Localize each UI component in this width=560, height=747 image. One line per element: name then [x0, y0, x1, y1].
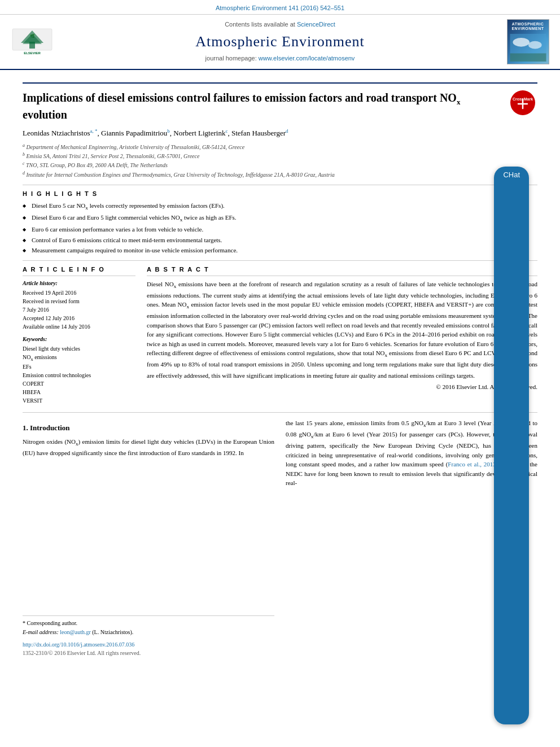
article-info-abstract-section: A R T I C L E I N F O Article history: R…: [23, 265, 537, 405]
contents-available-line: Contents lists available at ScienceDirec…: [225, 20, 335, 29]
highlight-item-5: Measurement campaigns required to monito…: [23, 246, 537, 255]
author2-sup: b: [167, 128, 170, 134]
author3-sup: c: [225, 128, 228, 134]
affiliations-block: a Department of Mechanical Engineering, …: [23, 142, 537, 179]
issn-text: 1352-2310/© 2016 Elsevier Ltd. All right…: [23, 649, 274, 657]
history-revised-date: 7 July 2016: [23, 306, 135, 314]
chat-button[interactable]: CHat: [494, 167, 529, 724]
doi-link[interactable]: http://dx.doi.org/10.1016/j.atmosenv.201…: [23, 641, 134, 648]
article-info-title: A R T I C L E I N F O: [23, 265, 135, 276]
abstract-text: Diesel NOx emissions have been at the fo…: [147, 279, 537, 381]
crossmark-icon: CrossMark: [510, 90, 535, 115]
highlight-item-3: Euro 6 car emission performance varies a…: [23, 225, 537, 234]
elsevier-logo-container: 🌿 ELSEVIER: [7, 19, 58, 64]
crossmark-badge[interactable]: CrossMark: [510, 90, 537, 117]
keyword-4: Emission control technologies: [23, 372, 135, 379]
keyword-3: EFs: [23, 363, 135, 371]
keyword-1: Diesel light duty vehicles: [23, 345, 135, 353]
email-link[interactable]: leon@auth.gr: [60, 629, 90, 635]
journal-top-bar: Atmospheric Environment 141 (2016) 542–5…: [0, 0, 560, 15]
homepage-line: journal homepage: www.elsevier.com/locat…: [205, 54, 355, 63]
history-accepted: Accepted 12 July 2016: [23, 314, 135, 322]
corresponding-author-note: * Corresponding author.: [23, 619, 274, 627]
footnotes-section: * Corresponding author. E-mail address: …: [23, 615, 274, 657]
top-divider: [23, 82, 537, 84]
keyword-7: VERSIT: [23, 397, 135, 405]
journal-citation-link[interactable]: Atmospheric Environment 141 (2016) 542–5…: [216, 5, 344, 11]
svg-point-7: [513, 37, 530, 46]
article-info-column: A R T I C L E I N F O Article history: R…: [23, 265, 135, 405]
nox-subscript: x: [457, 98, 461, 106]
abstract-title: A B S T R A C T: [147, 265, 537, 276]
sciencedirect-link[interactable]: ScienceDirect: [297, 21, 335, 28]
journal-thumbnail-image: ATMOSPHERICENVIRONMENT: [507, 19, 549, 64]
article-title: Implications of diesel emissions control…: [23, 90, 537, 122]
header-center: Contents lists available at ScienceDirec…: [58, 19, 502, 64]
mid-divider-2: [23, 260, 537, 261]
highlights-title: H I G H L I G H T S: [23, 190, 537, 198]
svg-text:ELSEVIER: ELSEVIER: [24, 51, 41, 55]
mid-divider-1: [23, 185, 537, 185]
article-content: Implications of diesel emissions control…: [0, 70, 560, 664]
affiliation-d: d Institute for Internal Combustion Engi…: [23, 170, 537, 179]
body-divider: [23, 412, 537, 413]
header-section: 🌿 ELSEVIER Contents lists available at S…: [0, 15, 560, 70]
highlights-section: H I G H L I G H T S Diesel Euro 5 car NO…: [23, 190, 537, 255]
svg-point-8: [528, 41, 541, 49]
body-text-left: Nitrogen oxides (NOx) emission limits fo…: [23, 437, 274, 457]
highlights-list: Diesel Euro 5 car NOx levels correctly r…: [23, 202, 537, 255]
journal-title: Atmospheric Environment: [195, 32, 365, 52]
body-section: 1. Introduction Nitrogen oxides (NOx) em…: [23, 418, 537, 657]
keyword-5: COPERT: [23, 380, 135, 388]
abstract-column: A B S T R A C T Diesel NOx emissions hav…: [147, 265, 537, 405]
history-available: Available online 14 July 2016: [23, 323, 135, 331]
affiliation-b: b Emisia SA, Antoni Tritsi 21, Service P…: [23, 151, 537, 160]
keywords-label: Keywords:: [23, 335, 135, 343]
highlight-item-1: Diesel Euro 5 car NOx levels correctly r…: [23, 202, 537, 212]
chat-label: CHat: [503, 171, 520, 179]
authors-line: Leonidas Ntziachristosa, *, Giannis Papa…: [23, 128, 537, 139]
homepage-link[interactable]: www.elsevier.com/locate/atmosenv: [259, 55, 355, 62]
thumbnail-title-text: ATMOSPHERICENVIRONMENT: [511, 22, 544, 32]
author1-sup: a, *: [90, 128, 98, 134]
introduction-title: 1. Introduction: [23, 423, 274, 433]
article-history-label: Article history:: [23, 279, 135, 287]
body-col-left: 1. Introduction Nitrogen oxides (NOx) em…: [23, 418, 274, 657]
author1: Leonidas Ntziachristos: [23, 129, 90, 137]
svg-rect-9: [510, 53, 546, 62]
keyword-2: NOx emissions: [23, 353, 135, 363]
email-note: E-mail address: leon@auth.gr (L. Ntziach…: [23, 628, 274, 636]
elsevier-logo-icon: 🌿 ELSEVIER: [10, 26, 55, 57]
history-revised: Received in revised form: [23, 298, 135, 305]
page-wrapper: Atmospheric Environment 141 (2016) 542–5…: [0, 0, 560, 747]
copyright-text: © 2016 Elsevier Ltd. All rights reserved…: [147, 383, 537, 391]
affiliation-c: c TNO, STL Group, PO Box 49, 2600 AA Del…: [23, 160, 537, 169]
reference-franco-2013[interactable]: Franco et al., 2013: [448, 461, 496, 468]
affiliation-a: a Department of Mechanical Engineering, …: [23, 142, 537, 151]
history-received: Received 19 April 2016: [23, 289, 135, 297]
keyword-6: HBEFA: [23, 388, 135, 396]
highlight-item-2: Diesel Euro 6 car and Euro 5 light comme…: [23, 213, 537, 224]
journal-thumbnail-container: ATMOSPHERICENVIRONMENT: [502, 19, 553, 64]
author4-sup: d: [286, 128, 288, 134]
highlight-item-4: Control of Euro 6 emissions critical to …: [23, 236, 537, 244]
